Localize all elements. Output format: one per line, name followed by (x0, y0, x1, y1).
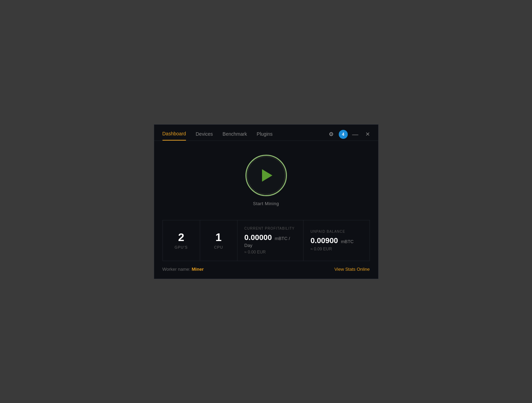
start-mining-button[interactable] (245, 155, 287, 196)
play-icon (262, 169, 272, 182)
cpu-count-label: CPU (214, 245, 223, 249)
footer: Worker name: Miner View Stats Online (154, 261, 378, 279)
cpu-count-box: 1 CPU (200, 220, 237, 261)
stats-row: 2 GPU'S 1 CPU CURRENT PROFITABILITY 0.00… (162, 220, 370, 261)
gear-icon: ⚙ (329, 131, 334, 137)
app-window: Dashboard Devices Benchmark Plugins ⚙ 4 … (154, 124, 379, 279)
nav-benchmark[interactable]: Benchmark (223, 131, 247, 140)
view-stats-link[interactable]: View Stats Online (334, 267, 370, 272)
balance-title: UNPAID BALANCE (310, 230, 362, 233)
nav-bar: Dashboard Devices Benchmark Plugins ⚙ 4 … (154, 125, 378, 141)
nav-devices[interactable]: Devices (196, 131, 213, 140)
window-controls: ⚙ 4 — ✕ (326, 129, 373, 139)
nav-plugins[interactable]: Plugins (257, 131, 273, 140)
balance-value-row: 0.00900 mBTC (310, 236, 362, 245)
close-button[interactable]: ✕ (363, 129, 373, 139)
balance-unit: mBTC (341, 239, 354, 244)
nav-dashboard[interactable]: Dashboard (162, 131, 186, 141)
minimize-button[interactable]: — (351, 129, 360, 139)
worker-name-label: Worker name: Miner (162, 267, 204, 272)
balance-value: 0.00900 (310, 236, 338, 245)
cpu-count-value: 1 (215, 231, 222, 243)
balance-box: UNPAID BALANCE 0.00900 mBTC ≈ 0.09 EUR (304, 220, 369, 261)
gpu-count-box: 2 GPU'S (163, 220, 200, 261)
balance-eur: ≈ 0.09 EUR (310, 247, 362, 251)
notification-badge[interactable]: 4 (339, 130, 348, 139)
gpu-count-value: 2 (178, 231, 184, 243)
worker-label-text: Worker name: (162, 267, 190, 272)
start-mining-label: Start Mining (253, 201, 279, 206)
nav-items: Dashboard Devices Benchmark Plugins (162, 131, 273, 141)
profitability-value: 0.00000 (244, 233, 272, 242)
main-content: Start Mining 2 GPU'S 1 CPU CURRENT PROFI… (154, 141, 378, 261)
play-container: Start Mining (245, 155, 287, 206)
profitability-box: CURRENT PROFITABILITY 0.00000 mBTC / Day… (237, 220, 304, 261)
worker-name-value: Miner (192, 267, 204, 272)
profitability-title: CURRENT PROFITABILITY (244, 227, 296, 230)
settings-button[interactable]: ⚙ (326, 129, 336, 139)
gpu-count-label: GPU'S (175, 245, 188, 249)
profitability-value-row: 0.00000 mBTC / Day (244, 233, 296, 248)
profitability-eur: ≈ 0.00 EUR (244, 250, 296, 255)
